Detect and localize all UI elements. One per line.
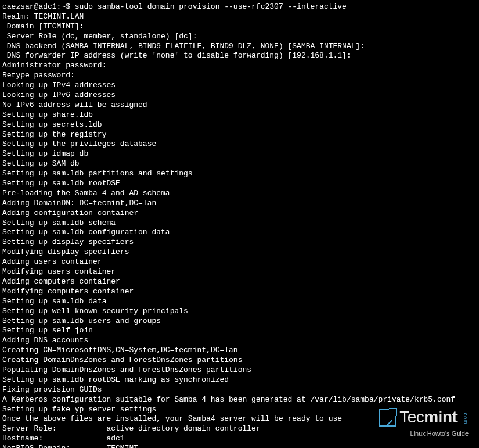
output-line: Fixing provision GUIDs bbox=[2, 385, 479, 395]
output-line: NetBIOS Domain: TECMINT bbox=[2, 444, 479, 448]
output-line: Setting up sam.ldb rootDSE marking as sy… bbox=[2, 375, 479, 385]
output-line: Realm: TECMINT.LAN bbox=[2, 12, 479, 22]
output-line: DNS forwarder IP address (write 'none' t… bbox=[2, 51, 479, 61]
output-line: Setting up sam.ldb users and groups bbox=[2, 317, 479, 327]
output-line: Setting up sam.ldb data bbox=[2, 297, 479, 307]
output-line: No IPv6 address will be assigned bbox=[2, 101, 479, 110]
output-line: Adding DNS accounts bbox=[2, 336, 479, 346]
output-line: Setting up sam.ldb rootDSE bbox=[2, 179, 479, 189]
output-line: Adding DomainDN: DC=tecmint,DC=lan bbox=[2, 199, 479, 209]
output-line: Setting up sam.ldb partitions and settin… bbox=[2, 169, 479, 179]
output-line: Modifying computers container bbox=[2, 287, 479, 297]
output-line: Domain [TECMINT]: bbox=[2, 22, 479, 32]
tecmint-logo-icon bbox=[379, 409, 396, 427]
output-line: Setting up SAM db bbox=[2, 159, 479, 169]
output-line: Adding computers container bbox=[2, 277, 479, 287]
output-line: Administrator password: bbox=[2, 61, 479, 71]
output-line: Creating DomainDnsZones and ForestDnsZon… bbox=[2, 356, 479, 365]
terminal-output[interactable]: caezsar@adc1:~$ sudo samba-tool domain p… bbox=[2, 2, 479, 448]
output-line: Looking up IPv4 addresses bbox=[2, 81, 479, 91]
output-line: Pre-loading the Samba 4 and AD schema bbox=[2, 189, 479, 199]
watermark-tagline: Linux Howto's Guide bbox=[379, 429, 469, 438]
output-line: Server Role (dc, member, standalone) [dc… bbox=[2, 32, 479, 42]
watermark-dotcom: .com bbox=[462, 411, 469, 425]
output-line: A Kerberos configuration suitable for Sa… bbox=[2, 395, 479, 405]
output-line: Setting up idmap db bbox=[2, 149, 479, 159]
output-line: Setting up display specifiers bbox=[2, 238, 479, 248]
output-line: Setting up share.ldb bbox=[2, 110, 479, 120]
prompt-line: caezsar@adc1:~$ sudo samba-tool domain p… bbox=[2, 2, 479, 12]
output-line: Setting up sam.ldb configuration data bbox=[2, 228, 479, 238]
output-line: Looking up IPv6 addresses bbox=[2, 91, 479, 101]
output-line: Setting up the registry bbox=[2, 130, 479, 140]
output-line: Setting up the privileges database bbox=[2, 139, 479, 149]
output-line: Populating DomainDnsZones and ForestDnsZ… bbox=[2, 365, 479, 375]
watermark: Tecmint .com Linux Howto's Guide bbox=[379, 407, 469, 438]
watermark-brand: Tecmint bbox=[399, 407, 457, 428]
output-line: Retype password: bbox=[2, 71, 479, 81]
output-line: Setting up self join bbox=[2, 326, 479, 336]
output-line: Modifying users container bbox=[2, 267, 479, 277]
output-line: Adding users container bbox=[2, 257, 479, 267]
output-line: Setting up sam.ldb schema bbox=[2, 218, 479, 228]
output-line: Setting up well known security principal… bbox=[2, 307, 479, 317]
output-line: Setting up secrets.ldb bbox=[2, 120, 479, 130]
output-line: Adding configuration container bbox=[2, 209, 479, 218]
output-line: Creating CN=MicrosoftDNS,CN=System,DC=te… bbox=[2, 346, 479, 356]
output-line: Modifying display specifiers bbox=[2, 248, 479, 257]
output-line: DNS backend (SAMBA_INTERNAL, BIND9_FLATF… bbox=[2, 42, 479, 52]
